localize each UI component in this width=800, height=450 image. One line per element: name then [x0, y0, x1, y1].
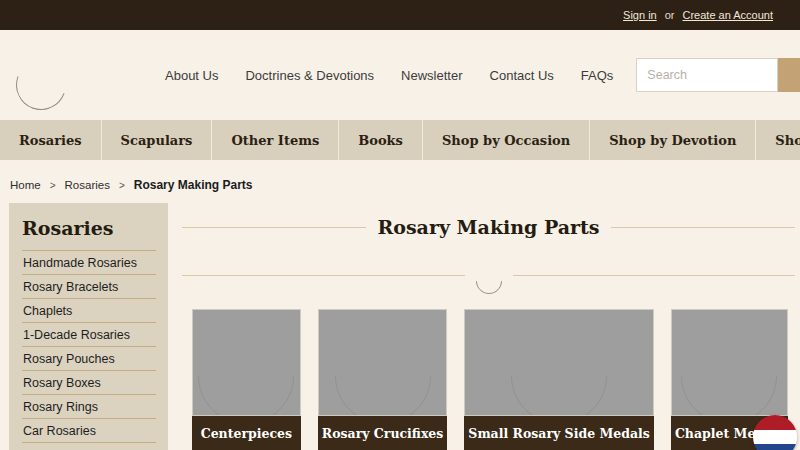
category-sidebar: Rosaries Handmade Rosaries Rosary Bracel… — [9, 203, 168, 450]
image-arc-icon — [491, 309, 627, 416]
breadcrumb-separator: > — [119, 180, 125, 191]
breadcrumb-current-page: Rosary Making Parts — [134, 178, 253, 192]
nav-item-shop-by-devotion[interactable]: Shop by Devotion — [590, 120, 756, 160]
breadcrumb-home[interactable]: Home — [10, 179, 41, 191]
sidebar-item-chaplets[interactable]: Chaplets — [22, 299, 156, 323]
search-input[interactable] — [636, 58, 778, 92]
category-image-placeholder — [192, 309, 301, 416]
nav-item-other-items[interactable]: Other Items — [212, 120, 339, 160]
sidebar-item-rosary-making-parts[interactable]: Rosary Making Parts — [22, 443, 156, 450]
category-card-label: Small Rosary Side Medals — [464, 416, 654, 450]
nav-item-scapulars[interactable]: Scapulars — [102, 120, 213, 160]
sidebar-item-1-decade-rosaries[interactable]: 1-Decade Rosaries — [22, 323, 156, 347]
header-link-about-us[interactable]: About Us — [165, 68, 218, 83]
sidebar-item-rosary-boxes[interactable]: Rosary Boxes — [22, 371, 156, 395]
account-topbar: Sign in or Create an Account — [0, 0, 800, 30]
header-nav: About Us Doctrines & Devotions Newslette… — [165, 68, 613, 83]
category-card-label: Centerpieces — [192, 416, 301, 450]
category-card-centerpieces[interactable]: Centerpieces — [192, 309, 301, 450]
category-card-small-rosary-side-medals[interactable]: Small Rosary Side Medals — [464, 309, 654, 450]
category-image-placeholder — [464, 309, 654, 416]
sidebar-item-rosary-bracelets[interactable]: Rosary Bracelets — [22, 275, 156, 299]
decorative-divider — [182, 268, 795, 296]
breadcrumb-separator: > — [50, 180, 56, 191]
breadcrumb-rosaries[interactable]: Rosaries — [65, 179, 110, 191]
nav-item-shop-by-person[interactable]: Shop by Person — [756, 120, 800, 160]
nav-item-rosaries[interactable]: Rosaries — [0, 120, 102, 160]
image-arc-icon — [318, 309, 448, 416]
site-header: About Us Doctrines & Devotions Newslette… — [0, 30, 800, 120]
header-link-newsletter[interactable]: Newsletter — [401, 68, 462, 83]
sidebar-item-rosary-pouches[interactable]: Rosary Pouches — [22, 347, 156, 371]
or-text: or — [665, 9, 675, 21]
header-link-doctrines-devotions[interactable]: Doctrines & Devotions — [245, 68, 374, 83]
divider-arc-icon — [470, 263, 507, 300]
image-arc-icon — [671, 309, 788, 416]
sidebar-title: Rosaries — [22, 217, 156, 251]
header-link-contact-us[interactable]: Contact Us — [490, 68, 554, 83]
divider-rule-left — [182, 275, 465, 276]
title-rule-left — [182, 227, 366, 228]
main-panel: Rosary Making Parts Centerpieces Rosary … — [168, 203, 800, 450]
divider-rule-right — [513, 275, 796, 276]
content-area: Rosaries Handmade Rosaries Rosary Bracel… — [0, 203, 800, 450]
sidebar-item-car-rosaries[interactable]: Car Rosaries — [22, 419, 156, 443]
search-bar — [636, 58, 800, 92]
sidebar-item-handmade-rosaries[interactable]: Handmade Rosaries — [22, 251, 156, 275]
create-account-link[interactable]: Create an Account — [682, 9, 773, 21]
image-arc-icon — [192, 309, 301, 416]
page-title-row: Rosary Making Parts — [182, 216, 795, 238]
breadcrumb: Home > Rosaries > Rosary Making Parts — [0, 160, 800, 195]
nav-item-shop-by-occasion[interactable]: Shop by Occasion — [423, 120, 590, 160]
nav-item-books[interactable]: Books — [339, 120, 423, 160]
search-button[interactable] — [778, 58, 800, 92]
category-card-rosary-crucifixes[interactable]: Rosary Crucifixes — [318, 309, 448, 450]
sign-in-link[interactable]: Sign in — [623, 9, 657, 21]
header-link-faqs[interactable]: FAQs — [581, 68, 614, 83]
page-title: Rosary Making Parts — [377, 216, 599, 238]
category-nav: Rosaries Scapulars Other Items Books Sho… — [0, 120, 800, 160]
logo-arc-icon — [8, 52, 74, 118]
site-logo[interactable] — [8, 30, 165, 120]
category-card-label: Rosary Crucifixes — [318, 416, 448, 450]
category-image-placeholder — [318, 309, 448, 416]
category-image-placeholder — [671, 309, 788, 416]
title-rule-right — [611, 227, 795, 228]
sidebar-item-rosary-rings[interactable]: Rosary Rings — [22, 395, 156, 419]
category-card-grid: Centerpieces Rosary Crucifixes Small Ros… — [192, 309, 788, 450]
